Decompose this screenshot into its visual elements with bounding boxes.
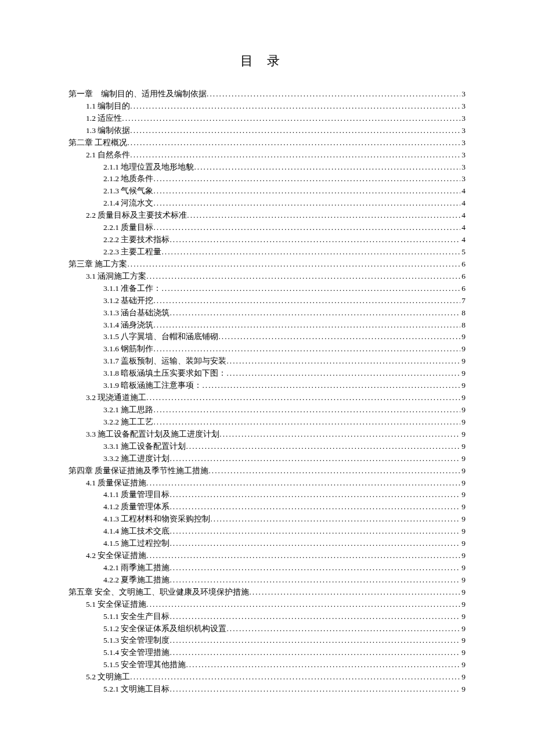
toc-dot-leader [208, 465, 460, 477]
toc-entry[interactable]: 4.1.3 工程材料和物资采购控制9 [68, 513, 466, 525]
toc-dot-leader [186, 659, 460, 671]
toc-entry[interactable]: 5.1.1 安全生产目标9 [68, 611, 466, 623]
toc-entry[interactable]: 3.1.7 盖板预制、运输、装卸与安装9 [68, 355, 466, 368]
toc-entry[interactable]: 4.1.5 施工过程控制9 [68, 538, 466, 550]
toc-entry-page: 6 [460, 283, 466, 295]
toc-entry-page: 9 [460, 635, 466, 647]
toc-entry-page: 9 [460, 416, 466, 429]
toc-entry[interactable]: 3.1.6 钢筋制作9 [68, 343, 466, 355]
toc-entry-label: 3.1.9 暗板涵施工注意事项： [103, 380, 202, 392]
toc-entry[interactable]: 2.2.3 主要工程量5 [68, 246, 466, 258]
toc-entry-label: 5.2 文明施工 [86, 671, 130, 683]
toc-entry[interactable]: 2.2 质量目标及主要技术标准4 [68, 210, 466, 222]
toc-entry[interactable]: 3.1.8 暗板涵填土压实要求如下图：9 [68, 368, 466, 380]
toc-dot-leader [146, 599, 460, 611]
toc-entry[interactable]: 3.2.2 施工工艺9 [68, 416, 466, 429]
toc-entry-page: 9 [460, 380, 466, 392]
toc-entry[interactable]: 3.2 现浇通道施工9 [68, 392, 466, 404]
toc-entry[interactable]: 1.3 编制依据3 [68, 125, 466, 137]
toc-entry-page: 9 [460, 453, 466, 465]
toc-entry[interactable]: 3.1.5 八字翼墙、台帽和涵底铺砌9 [68, 331, 466, 343]
toc-entry[interactable]: 4.2 安全保证措施9 [68, 550, 466, 562]
toc-dot-leader [169, 501, 460, 513]
toc-entry[interactable]: 4.1.2 质量管理体系9 [68, 501, 466, 513]
toc-entry[interactable]: 5.1.3 安全管理制度9 [68, 635, 466, 647]
toc-entry-page: 9 [460, 368, 466, 380]
toc-entry[interactable]: 5.2 文明施工9 [68, 671, 466, 683]
toc-entry-label: 2.1.1 地理位置及地形地貌 [103, 161, 194, 174]
toc-entry-label: 5.1.4 安全管理措施 [103, 647, 169, 659]
toc-entry-page: 9 [460, 343, 466, 355]
toc-entry[interactable]: 3.1.3 涵台基础浇筑8 [68, 307, 466, 319]
toc-dot-leader [130, 149, 460, 161]
toc-entry-page: 9 [460, 513, 466, 525]
toc-dot-leader [153, 295, 460, 307]
toc-entry[interactable]: 2.1.3 气候气象4 [68, 185, 466, 197]
toc-entry[interactable]: 2.1.2 地质条件3 [68, 173, 466, 185]
toc-entry-label: 3.1.8 暗板涵填土压实要求如下图： [103, 368, 226, 380]
toc-entry-label: 3.2 现浇通道施工 [86, 392, 146, 404]
toc-entry[interactable]: 2.2.2 主要技术指标4 [68, 234, 466, 246]
toc-entry-page: 9 [460, 489, 466, 501]
toc-entry-page: 7 [460, 295, 466, 307]
toc-entry[interactable]: 5.2.1 文明施工目标9 [68, 683, 466, 696]
toc-entry[interactable]: 3.1.2 基础开挖7 [68, 295, 466, 307]
toc-entry-label: 2.2.2 主要技术指标 [103, 234, 169, 246]
toc-entry[interactable]: 4.2.2 夏季施工措施9 [68, 574, 466, 586]
toc-entry[interactable]: 5.1.4 安全管理措施9 [68, 647, 466, 659]
toc-dot-leader [226, 623, 460, 635]
toc-entry[interactable]: 第四章 质量保证措施及季节性施工措施9 [68, 465, 466, 477]
toc-entry[interactable]: 2.2.1 质量目标4 [68, 222, 466, 234]
toc-entry[interactable]: 4.1.1 质量管理目标9 [68, 489, 466, 501]
toc-entry[interactable]: 1.2 适应性3 [68, 113, 466, 125]
toc-entry-page: 9 [460, 501, 466, 513]
toc-entry-page: 9 [460, 586, 466, 599]
toc-entry-label: 2.2.3 主要工程量 [103, 246, 161, 258]
toc-entry-page: 9 [460, 525, 466, 538]
toc-entry[interactable]: 3.1.4 涵身浇筑8 [68, 319, 466, 332]
toc-entry-page: 4 [460, 210, 466, 222]
toc-entry[interactable]: 3.1 涵洞施工方案6 [68, 271, 466, 283]
toc-dot-leader [169, 453, 460, 465]
toc-entry[interactable]: 4.1 质量保证措施9 [68, 477, 466, 489]
toc-entry[interactable]: 3.1.1 准备工作：6 [68, 283, 466, 295]
toc-entry-label: 第四章 质量保证措施及季节性施工措施 [68, 465, 208, 477]
toc-entry-page: 9 [460, 550, 466, 562]
toc-entry-page: 3 [460, 88, 466, 100]
toc-dot-leader [226, 368, 460, 380]
toc-entry[interactable]: 5.1.5 安全管理其他措施9 [68, 659, 466, 671]
toc-entry-page: 9 [460, 477, 466, 489]
toc-entry-label: 3.2.2 施工工艺 [103, 416, 153, 429]
toc-entry-label: 5.1.1 安全生产目标 [103, 611, 169, 623]
toc-entry[interactable]: 2.1.4 河流水文4 [68, 197, 466, 210]
toc-entry[interactable]: 2.1 自然条件3 [68, 149, 466, 161]
toc-entry-page: 9 [460, 647, 466, 659]
toc-entry-label: 3.1.3 涵台基础浇筑 [103, 307, 169, 319]
toc-entry-label: 2.1.3 气候气象 [103, 185, 153, 197]
toc-entry[interactable]: 1.1 编制目的3 [68, 100, 466, 113]
toc-entry-page: 9 [460, 611, 466, 623]
toc-dot-leader [153, 416, 460, 429]
toc-entry-page: 4 [460, 197, 466, 210]
toc-entry[interactable]: 2.1.1 地理位置及地形地貌3 [68, 161, 466, 174]
toc-entry[interactable]: 5.1.2 安全保证体系及组织机构设置9 [68, 623, 466, 635]
toc-entry[interactable]: 第二章 工程概况3 [68, 137, 466, 149]
toc-entry-page: 3 [460, 137, 466, 149]
toc-entry[interactable]: 3.2.1 施工思路9 [68, 404, 466, 416]
toc-entry[interactable]: 3.3.2 施工进度计划9 [68, 453, 466, 465]
toc-dot-leader [169, 683, 460, 696]
toc-entry[interactable]: 3.3.1 施工设备配置计划9 [68, 441, 466, 453]
toc-entry[interactable]: 第五章 安全、文明施工、职业健康及环境保护措施9 [68, 586, 466, 599]
toc-entry[interactable]: 3.3 施工设备配置计划及施工进度计划9 [68, 429, 466, 441]
toc-entry[interactable]: 5.1 安全保证措施9 [68, 599, 466, 611]
toc-entry-page: 3 [460, 113, 466, 125]
toc-dot-leader [169, 525, 460, 538]
toc-entry[interactable]: 第一章 编制目的、适用性及编制依据3 [68, 88, 466, 100]
toc-entry[interactable]: 第三章 施工方案6 [68, 258, 466, 271]
toc-entry[interactable]: 4.2.1 雨季施工措施9 [68, 562, 466, 574]
toc-entry-label: 4.1.1 质量管理目标 [103, 489, 169, 501]
toc-entry[interactable]: 3.1.9 暗板涵施工注意事项：9 [68, 380, 466, 392]
toc-entry-label: 2.1.4 河流水文 [103, 197, 153, 210]
toc-entry[interactable]: 4.1.4 施工技术交底9 [68, 525, 466, 538]
toc-entry-label: 2.2 质量目标及主要技术标准 [86, 210, 187, 222]
